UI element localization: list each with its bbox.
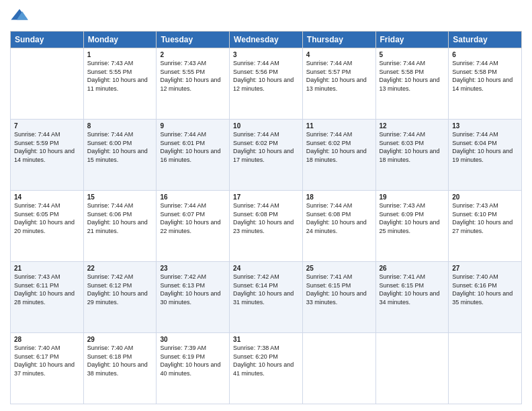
- day-number: 27: [452, 265, 518, 272]
- cell-2-5: 11Sunrise: 7:44 AMSunset: 6:02 PMDayligh…: [302, 120, 375, 191]
- day-info: Sunrise: 7:41 AMSunset: 6:15 PMDaylight:…: [306, 273, 367, 306]
- cell-1-3: 2Sunrise: 7:43 AMSunset: 5:55 PMDaylight…: [157, 48, 230, 120]
- cell-1-6: 5Sunrise: 7:44 AMSunset: 5:58 PMDaylight…: [375, 48, 449, 120]
- col-header-monday: Monday: [83, 32, 157, 48]
- cell-2-2: 8Sunrise: 7:44 AMSunset: 6:00 PMDaylight…: [83, 120, 157, 191]
- cell-4-4: 24Sunrise: 7:42 AMSunset: 6:14 PMDayligh…: [230, 262, 303, 333]
- col-header-sunday: Sunday: [11, 32, 84, 48]
- cell-5-5: [302, 333, 375, 404]
- cell-1-2: 1Sunrise: 7:43 AMSunset: 5:55 PMDaylight…: [83, 48, 157, 120]
- day-info: Sunrise: 7:44 AMSunset: 6:02 PMDaylight:…: [306, 131, 367, 163]
- day-number: 8: [87, 122, 153, 130]
- cell-2-3: 9Sunrise: 7:44 AMSunset: 6:01 PMDaylight…: [157, 120, 230, 191]
- cell-3-2: 15Sunrise: 7:44 AMSunset: 6:06 PMDayligh…: [83, 191, 157, 262]
- day-info: Sunrise: 7:43 AMSunset: 6:09 PMDaylight:…: [380, 202, 440, 234]
- cell-2-7: 13Sunrise: 7:44 AMSunset: 6:04 PMDayligh…: [449, 120, 522, 191]
- cell-4-2: 22Sunrise: 7:42 AMSunset: 6:12 PMDayligh…: [83, 262, 157, 333]
- col-header-friday: Friday: [375, 32, 449, 48]
- day-number: 23: [160, 265, 226, 272]
- day-info: Sunrise: 7:44 AMSunset: 6:05 PMDaylight:…: [14, 202, 75, 234]
- day-number: 17: [233, 193, 299, 201]
- header: [10, 7, 522, 26]
- day-info: Sunrise: 7:44 AMSunset: 6:08 PMDaylight:…: [233, 202, 294, 234]
- day-info: Sunrise: 7:44 AMSunset: 5:58 PMDaylight:…: [452, 60, 513, 92]
- cell-2-6: 12Sunrise: 7:44 AMSunset: 6:03 PMDayligh…: [375, 120, 449, 191]
- day-number: 20: [452, 193, 518, 201]
- week-row-2: 7Sunrise: 7:44 AMSunset: 5:59 PMDaylight…: [11, 120, 522, 191]
- day-number: 7: [14, 122, 80, 130]
- day-number: 25: [306, 265, 372, 272]
- day-info: Sunrise: 7:44 AMSunset: 5:57 PMDaylight:…: [306, 60, 367, 92]
- day-number: 12: [380, 122, 445, 130]
- day-info: Sunrise: 7:44 AMSunset: 6:06 PMDaylight:…: [87, 202, 148, 234]
- day-number: 4: [306, 51, 372, 58]
- cell-1-4: 3Sunrise: 7:44 AMSunset: 5:56 PMDaylight…: [230, 48, 303, 120]
- day-info: Sunrise: 7:43 AMSunset: 5:55 PMDaylight:…: [160, 60, 220, 92]
- week-row-5: 28Sunrise: 7:40 AMSunset: 6:17 PMDayligh…: [11, 333, 522, 404]
- day-info: Sunrise: 7:42 AMSunset: 6:14 PMDaylight:…: [233, 273, 294, 306]
- day-number: 31: [233, 336, 299, 343]
- day-number: 10: [233, 122, 299, 130]
- col-header-wednesday: Wednesday: [230, 32, 303, 48]
- day-number: 5: [380, 51, 445, 58]
- day-info: Sunrise: 7:42 AMSunset: 6:13 PMDaylight:…: [160, 273, 220, 306]
- logo-icon: [10, 7, 29, 26]
- week-row-4: 21Sunrise: 7:43 AMSunset: 6:11 PMDayligh…: [11, 262, 522, 333]
- cell-2-1: 7Sunrise: 7:44 AMSunset: 5:59 PMDaylight…: [11, 120, 84, 191]
- cell-1-7: 6Sunrise: 7:44 AMSunset: 5:58 PMDaylight…: [449, 48, 522, 120]
- day-number: 3: [233, 51, 299, 58]
- cell-5-1: 28Sunrise: 7:40 AMSunset: 6:17 PMDayligh…: [11, 333, 84, 404]
- col-header-saturday: Saturday: [449, 32, 522, 48]
- cell-1-1: [11, 48, 84, 120]
- day-number: 18: [306, 193, 372, 201]
- day-info: Sunrise: 7:44 AMSunset: 6:01 PMDaylight:…: [160, 131, 220, 163]
- cell-5-3: 30Sunrise: 7:39 AMSunset: 6:19 PMDayligh…: [157, 333, 230, 404]
- col-header-tuesday: Tuesday: [157, 32, 230, 48]
- day-number: 14: [14, 193, 80, 201]
- cell-4-5: 25Sunrise: 7:41 AMSunset: 6:15 PMDayligh…: [302, 262, 375, 333]
- day-info: Sunrise: 7:43 AMSunset: 6:11 PMDaylight:…: [14, 273, 75, 306]
- cell-3-6: 19Sunrise: 7:43 AMSunset: 6:09 PMDayligh…: [375, 191, 449, 262]
- day-info: Sunrise: 7:44 AMSunset: 5:59 PMDaylight:…: [14, 131, 75, 163]
- day-number: 6: [452, 51, 518, 58]
- day-info: Sunrise: 7:44 AMSunset: 5:56 PMDaylight:…: [233, 60, 294, 92]
- day-number: 19: [380, 193, 445, 201]
- cell-5-4: 31Sunrise: 7:38 AMSunset: 6:20 PMDayligh…: [230, 333, 303, 404]
- calendar-table: SundayMondayTuesdayWednesdayThursdayFrid…: [10, 31, 522, 404]
- day-number: 1: [87, 51, 153, 58]
- day-number: 21: [14, 265, 80, 272]
- day-number: 2: [160, 51, 226, 58]
- page: SundayMondayTuesdayWednesdayThursdayFrid…: [0, 0, 532, 411]
- logo: [10, 7, 32, 26]
- day-info: Sunrise: 7:44 AMSunset: 6:00 PMDaylight:…: [87, 131, 148, 163]
- day-info: Sunrise: 7:44 AMSunset: 6:02 PMDaylight:…: [233, 131, 294, 163]
- day-number: 26: [380, 265, 445, 272]
- day-info: Sunrise: 7:44 AMSunset: 5:58 PMDaylight:…: [380, 60, 440, 92]
- week-row-1: 1Sunrise: 7:43 AMSunset: 5:55 PMDaylight…: [11, 48, 522, 120]
- day-number: 16: [160, 193, 226, 201]
- day-info: Sunrise: 7:43 AMSunset: 6:10 PMDaylight:…: [452, 202, 513, 234]
- cell-3-5: 18Sunrise: 7:44 AMSunset: 6:08 PMDayligh…: [302, 191, 375, 262]
- cell-3-7: 20Sunrise: 7:43 AMSunset: 6:10 PMDayligh…: [449, 191, 522, 262]
- day-info: Sunrise: 7:40 AMSunset: 6:17 PMDaylight:…: [14, 345, 75, 377]
- day-info: Sunrise: 7:44 AMSunset: 6:08 PMDaylight:…: [306, 202, 367, 234]
- day-info: Sunrise: 7:44 AMSunset: 6:03 PMDaylight:…: [380, 131, 440, 163]
- day-info: Sunrise: 7:40 AMSunset: 6:16 PMDaylight:…: [452, 273, 513, 306]
- cell-5-7: [449, 333, 522, 404]
- day-number: 30: [160, 336, 226, 343]
- day-number: 24: [233, 265, 299, 272]
- day-info: Sunrise: 7:39 AMSunset: 6:19 PMDaylight:…: [160, 345, 220, 377]
- day-info: Sunrise: 7:43 AMSunset: 5:55 PMDaylight:…: [87, 60, 148, 92]
- day-info: Sunrise: 7:38 AMSunset: 6:20 PMDaylight:…: [233, 345, 294, 377]
- col-header-thursday: Thursday: [302, 32, 375, 48]
- day-number: 15: [87, 193, 153, 201]
- day-info: Sunrise: 7:44 AMSunset: 6:04 PMDaylight:…: [452, 131, 513, 163]
- header-row: SundayMondayTuesdayWednesdayThursdayFrid…: [11, 32, 522, 48]
- cell-2-4: 10Sunrise: 7:44 AMSunset: 6:02 PMDayligh…: [230, 120, 303, 191]
- day-info: Sunrise: 7:40 AMSunset: 6:18 PMDaylight:…: [87, 345, 148, 377]
- week-row-3: 14Sunrise: 7:44 AMSunset: 6:05 PMDayligh…: [11, 191, 522, 262]
- cell-4-1: 21Sunrise: 7:43 AMSunset: 6:11 PMDayligh…: [11, 262, 84, 333]
- day-number: 13: [452, 122, 518, 130]
- day-info: Sunrise: 7:41 AMSunset: 6:15 PMDaylight:…: [380, 273, 440, 306]
- cell-4-3: 23Sunrise: 7:42 AMSunset: 6:13 PMDayligh…: [157, 262, 230, 333]
